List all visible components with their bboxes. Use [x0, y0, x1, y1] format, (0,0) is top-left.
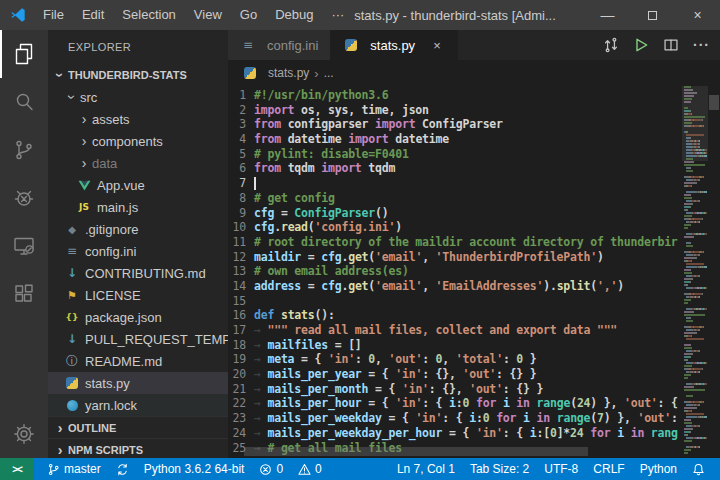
tree-item-src[interactable]: ›src: [48, 86, 228, 108]
status-eol[interactable]: CRLF: [588, 458, 629, 480]
tree-item-readme-md[interactable]: ⓘREADME.md: [48, 350, 228, 372]
code-line-6[interactable]: 6from tqdm import tqdm: [228, 161, 682, 176]
code-line-19[interactable]: 19→ meta = { 'in': 0, 'out': 0, 'total':…: [228, 352, 682, 367]
code-line-13[interactable]: 13# own email address(es): [228, 264, 682, 279]
menu-item-selection[interactable]: Selection: [113, 0, 184, 30]
code-line-11[interactable]: 11# root directory of the maildir accoun…: [228, 235, 682, 250]
open-changes-icon[interactable]: [603, 37, 619, 53]
tree-item-license[interactable]: ⚑LICENSE: [48, 284, 228, 306]
more-actions-icon[interactable]: ···: [693, 37, 710, 53]
menu-item-go[interactable]: Go: [231, 0, 266, 30]
code-line-10[interactable]: 10cfg.read('config.ini'): [228, 220, 682, 235]
code-line-22[interactable]: 22→ mails_per_hour = { 'in': { i:0 for i…: [228, 396, 682, 411]
menu-item-view[interactable]: View: [185, 0, 231, 30]
minimap-line: [684, 440, 707, 442]
code-line-16[interactable]: 16def stats():: [228, 308, 682, 323]
code-line-23[interactable]: 23→ mails_per_weekday = { 'in': { i:0 fo…: [228, 411, 682, 426]
code-line-8[interactable]: 8# get config: [228, 191, 682, 206]
remote-indicator[interactable]: ><: [0, 458, 34, 480]
tree-item-assets[interactable]: ›assets: [48, 108, 228, 130]
tree-item-stats-py[interactable]: stats.py: [48, 372, 228, 394]
minimize-button[interactable]: —: [585, 0, 630, 30]
status-indentation[interactable]: Tab Size: 2: [465, 458, 534, 480]
line-text: cfg.read('config.ini'): [254, 220, 402, 235]
tree-item-label: stats.py: [85, 376, 130, 391]
close-button[interactable]: ×: [675, 0, 720, 30]
status-label: 0: [315, 462, 322, 476]
minimap[interactable]: [682, 86, 708, 458]
status-python-version[interactable]: Python 3.6.2 64-bit: [139, 458, 250, 480]
code-line-20[interactable]: 20→ mails_per_year = { 'in': {}, 'out': …: [228, 367, 682, 382]
menu-item-edit[interactable]: Edit: [73, 0, 113, 30]
tree-item-pull-request-temp[interactable]: ↓PULL_REQUEST_TEMP...: [48, 328, 228, 350]
code-line-7[interactable]: 7: [228, 176, 682, 191]
minimap-line: [684, 320, 707, 322]
minimap-line: [684, 272, 707, 274]
status-sync[interactable]: [111, 458, 134, 480]
tree-item-contributing-md[interactable]: ↓CONTRIBUTING.md: [48, 262, 228, 284]
status-errors[interactable]: 0: [254, 458, 288, 480]
code-line-18[interactable]: 18→ mailfiles = []: [228, 338, 682, 353]
activity-debug-icon[interactable]: [0, 174, 48, 222]
status-notifications[interactable]: [687, 458, 710, 480]
tree-item-label: components: [92, 134, 163, 149]
tab-stats-py[interactable]: stats.py×: [331, 30, 458, 60]
code-line-17[interactable]: 17→ """ read all mail files, collect and…: [228, 323, 682, 338]
section-npm-scripts[interactable]: ›NPM SCRIPTS: [48, 438, 228, 458]
tab-close-icon[interactable]: ×: [429, 38, 445, 53]
minimap-line: [684, 329, 707, 331]
minimap-line: [684, 152, 707, 154]
status-warnings[interactable]: 0: [293, 458, 327, 480]
activity-source-control-icon[interactable]: [0, 126, 48, 174]
breadcrumb-more[interactable]: ...: [324, 66, 334, 80]
tree-item-config-ini[interactable]: ≡config.ini: [48, 240, 228, 262]
tree-item-yarn-lock[interactable]: yarn.lock: [48, 394, 228, 416]
code-line-5[interactable]: 5# pylint: disable=F0401: [228, 147, 682, 162]
status-encoding[interactable]: UTF-8: [539, 458, 583, 480]
run-icon[interactable]: [633, 37, 649, 53]
maximize-button[interactable]: [630, 0, 675, 30]
code-line-4[interactable]: 4from datetime import datetime: [228, 132, 682, 147]
minimap-line: [684, 260, 707, 262]
activity-explorer-icon[interactable]: [0, 30, 48, 78]
status-cursor-position[interactable]: Ln 7, Col 1: [392, 458, 460, 480]
tree-item-data[interactable]: ›data: [48, 152, 228, 174]
activity-search-icon[interactable]: [0, 78, 48, 126]
activity-extensions-icon[interactable]: [0, 270, 48, 318]
code-line-3[interactable]: 3from configparser import ConfigParser: [228, 117, 682, 132]
breadcrumb-file[interactable]: stats.py: [268, 66, 309, 80]
chevron-down-icon: ›: [52, 67, 68, 83]
code-line-21[interactable]: 21→ mails_per_month = { 'in': {}, 'out':…: [228, 382, 682, 397]
activity-remote-explorer-icon[interactable]: [0, 222, 48, 270]
minimap-line: [684, 401, 707, 403]
menu-item-debug[interactable]: Debug: [266, 0, 322, 30]
menu-item-[interactable]: ···: [322, 0, 353, 30]
code-line-24[interactable]: 24→ mails_per_weekday_per_hour = { 'in':…: [228, 426, 682, 441]
code-line-9[interactable]: 9cfg = ConfigParser(): [228, 206, 682, 221]
code-line-2[interactable]: 2import os, sys, time, json: [228, 103, 682, 118]
tree-item-components[interactable]: ›components: [48, 130, 228, 152]
status-language-mode[interactable]: Python: [635, 458, 682, 480]
tree-item-package-json[interactable]: {}package.json: [48, 306, 228, 328]
code-line-12[interactable]: 12maildir = cfg.get('email', 'Thunderbir…: [228, 250, 682, 265]
tree-item-app-vue[interactable]: App.vue: [48, 174, 228, 196]
code-line-15[interactable]: 15: [228, 294, 682, 309]
horizontal-scrollbar[interactable]: [244, 447, 588, 456]
activity-manage-icon[interactable]: [0, 410, 48, 458]
code-line-14[interactable]: 14address = cfg.get('email', 'EmailAddre…: [228, 279, 682, 294]
line-number: 21: [228, 382, 246, 397]
minimap-line: [684, 434, 707, 436]
tree-item-gitignore[interactable]: ◆.gitignore: [48, 218, 228, 240]
tree-item-thunderbird-stats[interactable]: ›THUNDERBIRD-STATS: [48, 64, 228, 86]
line-number: 2: [228, 103, 246, 118]
tab-config-ini[interactable]: ≡config.ini: [228, 30, 331, 60]
menu-item-file[interactable]: File: [34, 0, 73, 30]
minimap-line: [684, 206, 707, 208]
tree-item-main-js[interactable]: JSmain.js: [48, 196, 228, 218]
status-git-branch[interactable]: master: [42, 458, 106, 480]
split-editor-icon[interactable]: [663, 37, 679, 53]
code-editor[interactable]: 1#!/usr/bin/python3.62import os, sys, ti…: [228, 86, 720, 458]
vertical-scrollbar[interactable]: [708, 86, 720, 458]
code-line-1[interactable]: 1#!/usr/bin/python3.6: [228, 88, 682, 103]
section-outline[interactable]: ›OUTLINE: [48, 416, 228, 438]
